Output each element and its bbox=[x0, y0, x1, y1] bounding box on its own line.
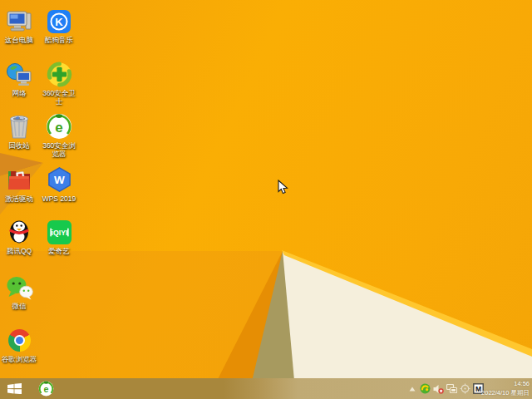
desktop-icon-label: 回收站 bbox=[0, 141, 38, 150]
mouse-cursor bbox=[278, 180, 288, 198]
network-status-button[interactable] bbox=[446, 383, 457, 395]
desktop-icon-tencent-qq[interactable]: 腾讯QQ bbox=[0, 216, 38, 255]
desktop-icon-google-chrome[interactable]: 谷歌浏览器 bbox=[0, 324, 38, 363]
this-pc-icon bbox=[6, 9, 32, 34]
iqiyi-icon: iQIYI bbox=[47, 219, 72, 245]
desktop-icon-360-safety-guard[interactable]: 360安全卫士 bbox=[40, 58, 78, 106]
360-safe-browser-taskbar-icon: e bbox=[38, 381, 54, 397]
clock-time: 14:56 bbox=[481, 379, 530, 388]
google-chrome-icon bbox=[8, 329, 31, 352]
360-security-icon bbox=[420, 383, 431, 394]
svg-text:iQIYI: iQIYI bbox=[51, 229, 67, 237]
windows-logo-icon bbox=[7, 383, 22, 394]
volume-muted-icon bbox=[433, 384, 444, 394]
taskbar-360-safe-browser-button[interactable]: e bbox=[35, 378, 57, 399]
desktop-icon-label: 这台电脑 bbox=[0, 36, 38, 44]
kugou-music-icon: K bbox=[47, 9, 71, 34]
desktop-icon-activate-driver[interactable]: 激活驱动 bbox=[0, 164, 38, 203]
desktop-icon-wps-2019[interactable]: W WPS 2019 bbox=[40, 164, 78, 203]
tencent-qq-icon bbox=[7, 218, 32, 245]
svg-text:M: M bbox=[475, 385, 481, 393]
desktop-icon-wechat[interactable]: 微信 bbox=[0, 271, 38, 310]
tray-360-security-icon[interactable] bbox=[420, 383, 431, 395]
svg-text:K: K bbox=[55, 16, 63, 28]
clock-date: 2022/4/10 星期日 bbox=[481, 388, 530, 397]
desktop-icon-recycle-bin[interactable]: 回收站 bbox=[0, 111, 38, 150]
desktop-icon-iqiyi[interactable]: iQIYI 爱奇艺 bbox=[40, 216, 78, 255]
start-button[interactable] bbox=[0, 378, 28, 399]
system-tray: M bbox=[406, 378, 484, 399]
desktop-icon-network[interactable]: 网络 bbox=[0, 58, 38, 97]
desktop-icon-label: 网络 bbox=[0, 89, 38, 97]
desktop-icon-label: 腾讯QQ bbox=[0, 247, 38, 255]
activate-driver-folder-icon bbox=[6, 168, 32, 193]
desktop-icon-label: 酷狗音乐 bbox=[40, 36, 78, 44]
svg-text:e: e bbox=[43, 384, 48, 394]
desktop-icon-label: 360安全浏览器 bbox=[40, 141, 78, 158]
svg-text:W: W bbox=[54, 174, 65, 186]
360-safe-browser-icon: e bbox=[46, 113, 72, 140]
crosshair-icon bbox=[460, 383, 470, 394]
show-hidden-icons-button[interactable] bbox=[406, 383, 417, 395]
desktop: 这台电脑 网络 回收站 bbox=[0, 0, 532, 399]
desktop-icon-kugou-music[interactable]: K 酷狗音乐 bbox=[40, 5, 78, 44]
network-icon bbox=[6, 62, 32, 87]
desktop-icon-label: 360安全卫士 bbox=[40, 89, 78, 106]
desktop-icon-label: 爱奇艺 bbox=[40, 247, 78, 255]
desktop-icon-this-pc[interactable]: 这台电脑 bbox=[0, 5, 38, 44]
desktop-icon-label: 谷歌浏览器 bbox=[0, 355, 38, 363]
360-safety-guard-icon bbox=[47, 62, 72, 87]
wechat-icon bbox=[6, 275, 33, 300]
desktop-icon-label: 激活驱动 bbox=[0, 195, 38, 203]
taskbar-clock[interactable]: 14:56 2022/4/10 星期日 bbox=[481, 379, 530, 397]
svg-text:e: e bbox=[55, 120, 62, 135]
volume-muted-button[interactable] bbox=[433, 383, 444, 395]
network-status-icon bbox=[446, 384, 457, 394]
wps-2019-icon: W bbox=[47, 166, 72, 193]
desktop-icon-360-safe-browser[interactable]: e 360安全浏览器 bbox=[40, 111, 78, 158]
desktop-icon-label: 微信 bbox=[0, 302, 38, 310]
chevron-up-icon bbox=[409, 387, 416, 392]
taskbar: e bbox=[0, 378, 532, 399]
recycle-bin-icon bbox=[7, 113, 32, 140]
crosshair-utility-button[interactable] bbox=[460, 383, 470, 395]
desktop-icon-label: WPS 2019 bbox=[40, 195, 78, 203]
